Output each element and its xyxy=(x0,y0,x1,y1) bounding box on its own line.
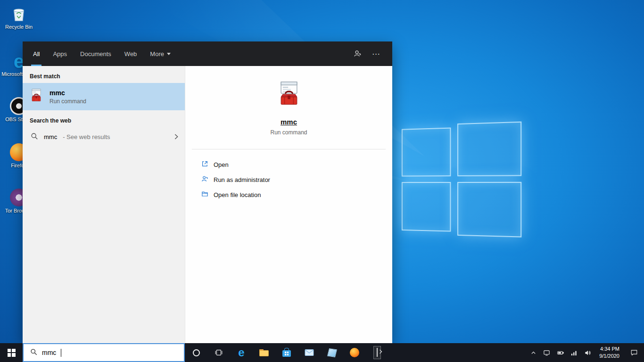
web-query-text: mmc xyxy=(44,133,57,140)
taskbar: mmc e xyxy=(0,343,644,362)
action-label: Run as administrator xyxy=(214,176,270,183)
firefox-icon xyxy=(350,348,359,357)
taskbar-photos-button[interactable] xyxy=(321,343,343,362)
task-view-button[interactable] xyxy=(207,343,230,362)
search-icon xyxy=(31,132,38,141)
action-open[interactable]: Open xyxy=(201,157,392,172)
taskbar-search-box[interactable]: mmc xyxy=(23,343,185,362)
logo-pane xyxy=(402,128,451,177)
open-app-indicator xyxy=(373,346,381,359)
start-button[interactable] xyxy=(0,343,23,362)
tab-apps[interactable]: Apps xyxy=(53,41,67,66)
best-match-result[interactable]: mmc Run command xyxy=(23,83,185,110)
windows-logo-icon xyxy=(402,122,521,247)
search-the-web-label: Search the web xyxy=(23,110,185,127)
best-match-label: Best match xyxy=(23,66,185,83)
file-explorer-icon xyxy=(259,349,269,356)
mmc-toolbox-icon-large xyxy=(275,80,303,110)
photos-icon xyxy=(327,348,337,357)
taskbar-mail-button[interactable] xyxy=(298,343,321,362)
mail-icon xyxy=(305,349,314,356)
action-list: Open Run as administrator xyxy=(185,149,392,202)
action-center-icon xyxy=(630,349,638,356)
search-icon xyxy=(30,348,37,357)
search-results-area: Best match xyxy=(23,66,392,343)
network-icon xyxy=(570,349,578,356)
preview-pane: mmc Run command Open xyxy=(185,66,392,343)
mmc-toolbox-icon xyxy=(29,88,44,105)
taskbar-command-prompt-button[interactable] xyxy=(366,343,388,362)
windows-start-icon xyxy=(8,349,16,357)
logo-pane xyxy=(457,122,521,176)
monitor-icon xyxy=(543,349,550,356)
tray-monitor-button[interactable] xyxy=(540,343,553,362)
taskbar-edge-button[interactable]: e xyxy=(230,343,253,362)
clock-date: 9/1/2020 xyxy=(599,353,619,360)
clock-time: 4:34 PM xyxy=(600,346,619,353)
system-tray: 4:34 PM 9/1/2020 xyxy=(527,343,644,362)
tab-web[interactable]: Web xyxy=(124,41,137,66)
recycle-bin-icon xyxy=(1,3,37,23)
action-run-as-administrator[interactable]: Run as administrator xyxy=(201,172,392,187)
action-center-button[interactable] xyxy=(624,343,644,362)
search-filter-bar: All Apps Documents Web More … xyxy=(23,41,392,66)
cortana-icon xyxy=(193,349,200,356)
open-icon xyxy=(201,160,208,169)
search-input-value: mmc xyxy=(42,349,56,356)
desktop-icon-label: Recycle Bin xyxy=(1,24,37,31)
taskbar-file-explorer-button[interactable] xyxy=(253,343,275,362)
tab-more[interactable]: More xyxy=(150,41,171,66)
tray-battery-button[interactable] xyxy=(553,343,567,362)
account-icon[interactable] xyxy=(348,41,367,66)
search-flyout: All Apps Documents Web More … Best match xyxy=(23,41,392,343)
taskbar-firefox-button[interactable] xyxy=(343,343,366,362)
web-search-result[interactable]: mmc - See web results xyxy=(23,127,185,146)
tray-network-button[interactable] xyxy=(567,343,581,362)
action-label: Open xyxy=(214,161,229,168)
text-caret xyxy=(61,349,61,357)
tray-volume-button[interactable] xyxy=(581,343,594,362)
battery-icon xyxy=(557,349,564,356)
taskbar-store-button[interactable] xyxy=(275,343,298,362)
desktop-icon-recycle-bin[interactable]: Recycle Bin xyxy=(1,3,37,31)
action-open-file-location[interactable]: Open file location xyxy=(201,187,392,202)
tab-documents[interactable]: Documents xyxy=(80,41,111,66)
edge-icon: e xyxy=(238,347,244,358)
action-label: Open file location xyxy=(214,191,261,198)
preview-title[interactable]: mmc xyxy=(281,118,297,126)
run-as-admin-icon xyxy=(201,175,208,184)
result-subtitle: Run command xyxy=(50,98,86,105)
tab-all[interactable]: All xyxy=(33,41,40,66)
logo-pane xyxy=(457,182,521,238)
task-view-icon xyxy=(215,348,223,357)
taskbar-clock[interactable]: 4:34 PM 9/1/2020 xyxy=(594,343,624,362)
chevron-down-icon xyxy=(167,53,171,55)
web-suffix-text: - See web results xyxy=(63,133,110,140)
chevron-up-icon xyxy=(530,350,537,356)
preview-subtitle: Run command xyxy=(270,129,307,136)
result-title: mmc xyxy=(50,89,86,97)
results-list: Best match xyxy=(23,66,185,343)
command-prompt-icon xyxy=(377,348,378,357)
open-file-location-icon xyxy=(201,190,208,199)
volume-icon xyxy=(584,349,591,356)
more-options-icon[interactable]: … xyxy=(367,41,386,66)
hidden-icons-button[interactable] xyxy=(527,343,540,362)
search-tabs: All Apps Documents Web More xyxy=(33,41,171,66)
cortana-button[interactable] xyxy=(185,343,207,362)
windows-desktop: Recycle Bin e Microsoft Edge OBS Studio … xyxy=(0,0,644,362)
logo-pane xyxy=(402,182,451,232)
microsoft-store-icon xyxy=(282,350,291,357)
expand-chevron-icon[interactable] xyxy=(173,133,180,140)
